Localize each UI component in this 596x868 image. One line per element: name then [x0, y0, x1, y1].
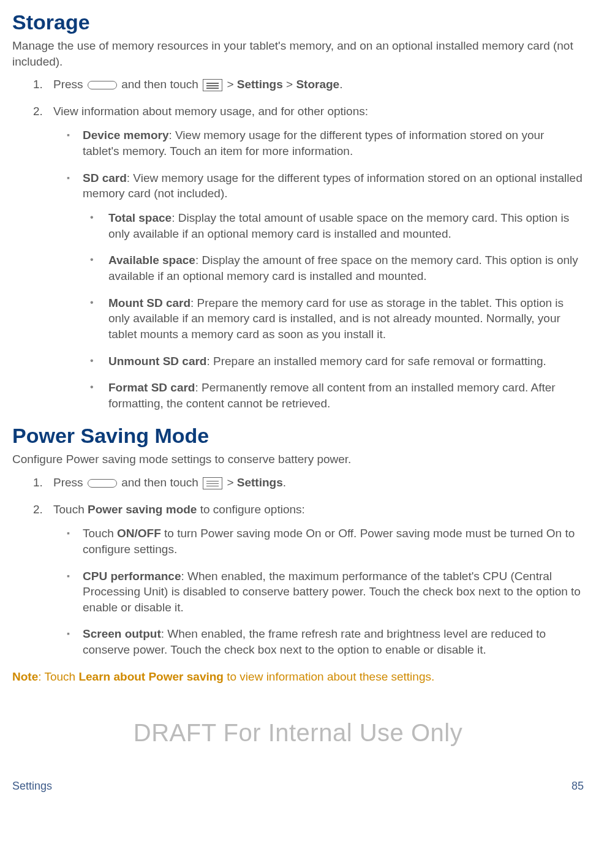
settings-label: Settings [237, 476, 283, 489]
text: View information about memory usage, and… [53, 105, 368, 118]
sd-card-label: SD card [83, 172, 127, 184]
storage-step-1: Press and then touch > Settings > Storag… [46, 77, 584, 92]
home-button-icon [88, 479, 117, 488]
storage-steps: Press and then touch > Settings > Storag… [12, 77, 584, 411]
on-off-label: ON/OFF [117, 527, 161, 540]
list-item: Available space: Display the amount of f… [88, 252, 584, 284]
text: : Display the total amount of usable spa… [108, 211, 569, 240]
list-item: Mount SD card: Prepare the memory card f… [88, 295, 584, 342]
text: Touch [53, 503, 88, 516]
settings-label: Settings [237, 78, 283, 91]
text: : Touch [38, 670, 78, 683]
text: and then touch [118, 78, 202, 91]
menu-icon [203, 79, 222, 91]
text: Touch [83, 527, 117, 540]
note-label: Note [12, 670, 38, 683]
power-intro: Configure Power saving mode settings to … [12, 451, 584, 467]
storage-intro: Manage the use of memory resources in yo… [12, 38, 584, 69]
text: to view information about these settings… [224, 670, 434, 683]
text: > [224, 78, 237, 91]
power-options: Touch ON/OFF to turn Power saving mode O… [53, 526, 584, 657]
text: and then touch [118, 476, 202, 489]
power-saving-mode-label: Power saving mode [88, 503, 197, 516]
list-item: Touch ON/OFF to turn Power saving mode O… [72, 526, 584, 557]
text: Press [53, 476, 86, 489]
list-item: Device memory: View memory usage for the… [72, 127, 584, 159]
device-memory-label: Device memory [83, 129, 168, 142]
list-item: Screen output: When enabled, the frame r… [72, 626, 584, 657]
text: : Prepare an installed memory card for s… [206, 355, 546, 368]
list-item: Total space: Display the total amount of… [88, 210, 584, 241]
list-item: CPU performance: When enabled, the maxim… [72, 568, 584, 616]
text: > [224, 476, 237, 489]
power-step-1: Press and then touch > Settings. [46, 475, 584, 491]
text: . [339, 78, 342, 91]
mount-sd-label: Mount SD card [108, 296, 190, 309]
learn-about-label: Learn about Power saving [78, 670, 224, 683]
available-space-label: Available space [108, 254, 195, 266]
text: to configure options: [197, 503, 304, 516]
storage-step-2: View information about memory usage, and… [46, 104, 584, 412]
cpu-performance-label: CPU performance [83, 570, 181, 583]
home-button-icon [88, 81, 117, 89]
list-item: Format SD card: Permanently remove all c… [88, 380, 584, 411]
text: . [283, 476, 286, 489]
storage-heading: Storage [12, 9, 584, 37]
list-item: Unmount SD card: Prepare an installed me… [88, 353, 584, 369]
note: Note: Touch Learn about Power saving to … [12, 669, 584, 685]
power-steps: Press and then touch > Settings. Touch P… [12, 475, 584, 658]
footer-page-number: 85 [571, 779, 584, 793]
storage-options: Device memory: View memory usage for the… [53, 127, 584, 411]
text: Press [53, 78, 86, 91]
list-item: SD card: View memory usage for the diffe… [72, 170, 584, 412]
page-footer: Settings 85 [12, 779, 584, 793]
format-sd-label: Format SD card [108, 381, 195, 394]
storage-label: Storage [296, 78, 339, 91]
footer-section: Settings [12, 779, 52, 793]
text: : View memory usage for the different ty… [83, 172, 583, 200]
power-step-2: Touch Power saving mode to configure opt… [46, 502, 584, 658]
total-space-label: Total space [108, 211, 172, 224]
unmount-sd-label: Unmount SD card [108, 355, 206, 368]
sd-card-sublist: Total space: Display the total amount of… [83, 210, 584, 411]
text: > [283, 78, 296, 91]
screen-output-label: Screen output [83, 627, 161, 640]
menu-icon [203, 477, 222, 489]
power-heading: Power Saving Mode [12, 422, 584, 450]
draft-watermark: DRAFT For Internal Use Only [12, 716, 584, 749]
